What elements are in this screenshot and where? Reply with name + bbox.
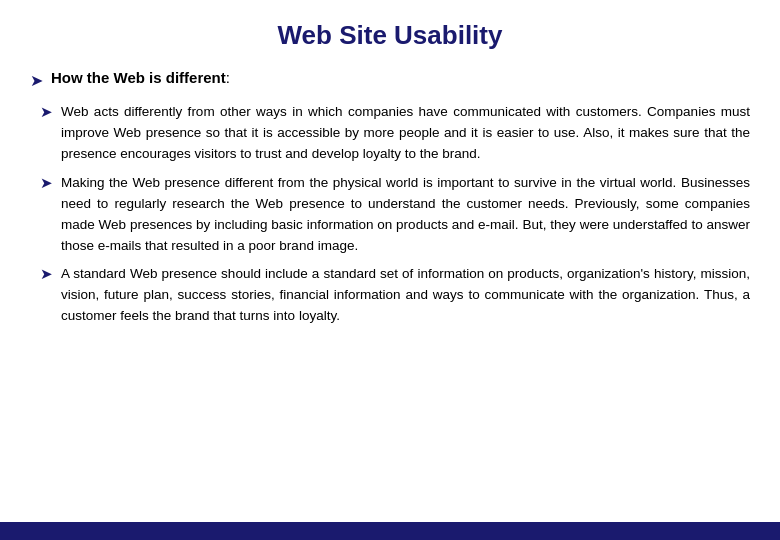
page-container: Web Site Usability ➤ How the Web is diff… <box>0 0 780 540</box>
bullet-icon-2: ➤ <box>40 174 53 192</box>
page-title: Web Site Usability <box>30 20 750 51</box>
bullet-text-3: A standard Web presence should include a… <box>61 264 750 327</box>
main-section: ➤ How the Web is different: ➤ Web acts d… <box>30 69 750 530</box>
header-bullet-icon: ➤ <box>30 71 43 90</box>
list-item: ➤ Web acts differently from other ways i… <box>40 102 750 165</box>
list-item: ➤ A standard Web presence should include… <box>40 264 750 327</box>
list-item: ➤ Making the Web presence different from… <box>40 173 750 257</box>
bullet-text-1: Web acts differently from other ways in … <box>61 102 750 165</box>
bullet-items-list: ➤ Web acts differently from other ways i… <box>40 102 750 327</box>
bullet-icon-1: ➤ <box>40 103 53 121</box>
footer-bar <box>0 522 780 540</box>
section-header-label: How the Web is different: <box>51 69 230 86</box>
bullet-icon-3: ➤ <box>40 265 53 283</box>
section-header: ➤ How the Web is different: <box>30 69 750 90</box>
bullet-text-2: Making the Web presence different from t… <box>61 173 750 257</box>
